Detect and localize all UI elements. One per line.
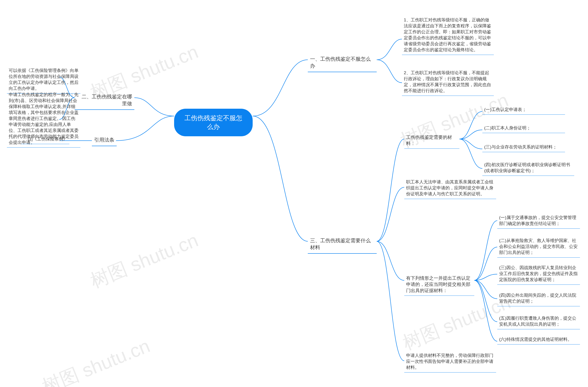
- branch-2-child-1[interactable]: 可以依据《工伤保险管理条例》向单位所在地的劳动资源与社会保障局设立的工伤认定办申…: [7, 67, 80, 93]
- g3-item-3[interactable]: (三)因公、因战致残的军人复员转业到企业工作后旧伤复发的，提交伤残证件及指定医院…: [497, 264, 580, 285]
- branch-3-group-1-label: 工伤伤残鉴定需要的材料：: [406, 135, 452, 146]
- g1-item-4-text: (四)初次医疗诊断证明或者职业病诊断证明书(或者职业病诊断鉴定书)；: [484, 162, 570, 173]
- branch-ref-child-1-text: [1]《工伤保险条例》: [28, 136, 67, 141]
- branch-2-label: 二、工伤伤残鉴定在哪里做: [82, 94, 132, 107]
- branch-3-group-1[interactable]: 工伤伤残鉴定需要的材料：: [404, 133, 459, 149]
- g1-item-2[interactable]: (二)职工本人身份证明；: [482, 124, 565, 133]
- branch-1[interactable]: 一、工伤伤残鉴定不服怎么办: [308, 54, 377, 72]
- branch-ref-label: 引用法条: [94, 137, 114, 143]
- branch-3-group-2[interactable]: 职工本人无法申请、由其直系亲属或者工会组织提出工伤认定申请的，应同时提交申请人身…: [404, 178, 496, 199]
- g1-item-3[interactable]: (三)与企业存在劳动关系的证明材料；: [482, 143, 565, 152]
- branch-3-group-4[interactable]: 申请人提供材料不完整的，劳动保障行政部门应一次性书面告知申请人需要补正的全部申请…: [404, 352, 496, 372]
- branch-ref[interactable]: 引用法条: [92, 135, 117, 146]
- g3-item-3-text: (三)因公、因战致残的军人复员转业到企业工作后旧伤复发的，提交伤残证件及指定医院…: [499, 265, 578, 282]
- g3-item-6-text: (六)特殊情况需提交的其他证明材料。: [499, 337, 572, 342]
- branch-3-label: 三、工伤伤残鉴定需要什么材料: [310, 238, 371, 250]
- g3-item-2[interactable]: (二)从事抢险救灾、救人等维护国家、社会和公众利益活动的，提交市民政、公安部门出…: [497, 237, 580, 258]
- branch-3-group-3-label: 有下列情形之一并提出工伤认定申请的，还应当同时提交相关部门出具的证据材料：: [406, 276, 470, 293]
- branch-1-child-2[interactable]: 2、工伤职工对伤残等级结论不服，不能提起行政诉讼，理由如下：行政复议办法明确规定…: [402, 69, 494, 96]
- g1-item-2-text: (二)职工本人身份证明；: [484, 126, 531, 130]
- branch-3[interactable]: 三、工伤伤残鉴定需要什么材料: [308, 236, 377, 254]
- branch-1-label: 一、工伤伤残鉴定不服怎么办: [310, 56, 371, 69]
- branch-ref-child-1[interactable]: [1]《工伤保险条例》: [21, 135, 69, 144]
- root-label: 工伤伤残鉴定不服怎么办: [185, 114, 242, 130]
- watermark: 树图 shutu.cn: [38, 333, 154, 387]
- branch-2[interactable]: 二、工伤伤残鉴定在哪里做: [75, 92, 134, 110]
- g3-item-4-text: (四)因公外出期间失踪的，提交人民法院宣告死亡的证明；: [499, 293, 576, 303]
- g3-item-1[interactable]: (一)属于交通事故的，提交公安交警管理部门确定的事故责任结论证明；: [497, 214, 580, 229]
- g3-item-5[interactable]: (五)因履行职责遭致人身伤害的，提交公安机关或人民法院出具的证明；: [497, 314, 580, 329]
- branch-2-child-1-text: 可以依据《工伤保险管理条例》向单位所在地的劳动资源与社会保障局设立的工伤认定办申…: [9, 68, 79, 91]
- watermark: 树图 shutu.cn: [399, 290, 514, 356]
- g3-item-4[interactable]: (四)因公外出期间失踪的，提交人民法院宣告死亡的证明；: [497, 291, 580, 306]
- branch-3-group-4-text: 申请人提供材料不完整的，劳动保障行政部门应一次性书面告知申请人需要补正的全部申请…: [406, 353, 493, 370]
- branch-1-child-1[interactable]: 1、工伤职工对伤残等级结论不服，正确的做法应该是通过由下而上的复查程序，以保障鉴…: [402, 16, 494, 55]
- g3-item-5-text: (五)因履行职责遭致人身伤害的，提交公安机关或人民法院出具的证明；: [499, 316, 576, 326]
- g1-item-3-text: (三)与企业存在劳动关系的证明材料；: [484, 145, 557, 149]
- watermark: 树图 shutu.cn: [86, 228, 202, 294]
- branch-1-child-2-text: 2、工伤职工对伤残等级结论不服，不能提起行政诉讼，理由如下：行政复议办法明确规定…: [404, 70, 491, 93]
- g1-item-4[interactable]: (四)初次医疗诊断证明或者职业病诊断证明书(或者职业病诊断鉴定书)；: [482, 161, 574, 176]
- g1-item-1[interactable]: (一)工伤认定申请表；: [482, 106, 565, 115]
- branch-3-group-2-text: 职工本人无法申请、由其直系亲属或者工会组织提出工伤认定申请的，应同时提交申请人身…: [406, 179, 493, 196]
- g1-item-1-text: (一)工伤认定申请表；: [484, 107, 526, 112]
- g3-item-6[interactable]: (六)特殊情况需提交的其他证明材料。: [497, 336, 580, 344]
- branch-3-group-3[interactable]: 有下列情形之一并提出工伤认定申请的，还应当同时提交相关部门出具的证据材料：: [404, 274, 474, 296]
- g3-item-2-text: (二)从事抢险救灾、救人等维护国家、社会和公众利益活动的，提交市民政、公安部门出…: [499, 238, 578, 255]
- g3-item-1-text: (一)属于交通事故的，提交公安交警管理部门确定的事故责任结论证明；: [499, 215, 576, 226]
- root-node[interactable]: 工伤伤残鉴定不服怎么办: [174, 109, 253, 136]
- branch-1-child-1-text: 1、工伤职工对伤残等级结论不服，正确的做法应该是通过由下而上的复查程序，以保障鉴…: [404, 18, 491, 52]
